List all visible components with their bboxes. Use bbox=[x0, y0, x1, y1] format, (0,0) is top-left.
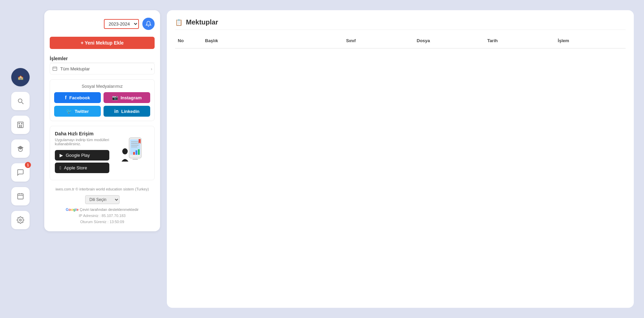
translate-text: Çeviri tarafından desteklenmektedir bbox=[80, 207, 139, 212]
instagram-label: Instagram bbox=[121, 95, 142, 100]
apple-store-label: Apple Store bbox=[64, 165, 87, 170]
sidebar-panel: 2022-2023 2023-2024 2024-2025 + Yeni Mek… bbox=[44, 10, 160, 231]
social-section: Sosyal Medyalarımız f Facebook 📷 Instagr… bbox=[50, 79, 155, 121]
year-select[interactable]: 2022-2023 2023-2024 2024-2025 bbox=[104, 19, 139, 29]
chat-icon bbox=[17, 169, 24, 176]
bell-icon bbox=[145, 21, 152, 27]
operations-title: İşlemler bbox=[50, 54, 155, 63]
all-letters-label: Tüm Mektuplar bbox=[60, 66, 90, 71]
ip-value: 85.107.70.183 bbox=[101, 214, 125, 218]
session-info: Oturum Süreniz : 13:50:09 bbox=[50, 220, 155, 224]
facebook-label: Facebook bbox=[69, 95, 90, 100]
google-play-btn[interactable]: ▶ Google Play bbox=[55, 150, 109, 161]
calendar-icon bbox=[17, 193, 24, 200]
page-icon: 📋 bbox=[175, 19, 183, 26]
ip-label: IP Adresiniz : bbox=[79, 214, 100, 218]
app-illustration bbox=[115, 131, 150, 175]
svg-point-22 bbox=[122, 148, 128, 154]
app-download-section: Daha Hızlı Erişim Uygulamayı indirip tüm… bbox=[50, 126, 155, 180]
svg-text:🏫: 🏫 bbox=[18, 74, 23, 80]
operations-section: İşlemler Tüm Mektuplar › bbox=[50, 54, 155, 74]
svg-rect-25 bbox=[138, 149, 140, 155]
col-no: No bbox=[175, 37, 202, 45]
ip-info: IP Adresiniz : 85.107.70.183 bbox=[50, 214, 155, 218]
instagram-icon: 📷 bbox=[112, 95, 118, 100]
svg-rect-16 bbox=[132, 159, 138, 160]
svg-rect-4 bbox=[21, 125, 22, 128]
google-play-label: Google Play bbox=[66, 153, 90, 158]
col-sinif: Sınıf bbox=[343, 37, 414, 45]
graduation-btn[interactable] bbox=[11, 139, 30, 158]
building-icon bbox=[17, 121, 24, 129]
svg-rect-23 bbox=[133, 152, 135, 155]
instagram-btn[interactable]: 📷 Instagram bbox=[104, 92, 150, 103]
svg-rect-24 bbox=[136, 150, 137, 155]
svg-rect-12 bbox=[53, 67, 57, 71]
social-grid: f Facebook 📷 Instagram 🐦 Twitter in Link… bbox=[54, 92, 150, 117]
session-value: 13:50:09 bbox=[110, 220, 124, 224]
footer-section: iwes.com.tr © interbrain world education… bbox=[50, 185, 155, 226]
play-icon: ▶ bbox=[60, 153, 63, 158]
svg-point-11 bbox=[19, 219, 21, 221]
icon-sidebar: 🏫 1 bbox=[0, 0, 41, 318]
svg-rect-5 bbox=[19, 123, 20, 124]
linkedin-label: Linkedin bbox=[121, 109, 139, 114]
col-islem: İşlem bbox=[555, 37, 626, 45]
col-tarih: Tarih bbox=[485, 37, 555, 45]
add-letter-button[interactable]: + Yeni Mektup Ekle bbox=[50, 37, 155, 49]
page-title: Mektuplar bbox=[186, 18, 218, 26]
svg-rect-3 bbox=[19, 125, 20, 128]
page-header: 📋 Mektuplar bbox=[175, 18, 626, 30]
apple-store-btn[interactable]:  Apple Store bbox=[55, 163, 109, 173]
facebook-btn[interactable]: f Facebook bbox=[54, 92, 101, 103]
app-title: Daha Hızlı Erişim bbox=[55, 131, 112, 136]
notification-bell[interactable] bbox=[142, 18, 155, 30]
svg-rect-7 bbox=[18, 194, 23, 199]
col-baslik: Başlık bbox=[202, 37, 343, 45]
app-description: Uygulamayı indirip tüm modülleri kullana… bbox=[55, 138, 112, 146]
building-btn[interactable] bbox=[11, 116, 30, 134]
chat-badge: 1 bbox=[25, 162, 31, 168]
settings-btn[interactable] bbox=[11, 211, 30, 229]
google-translate-label: Google Çeviri tarafından desteklenmekted… bbox=[50, 207, 155, 212]
svg-rect-6 bbox=[21, 123, 22, 124]
chat-btn[interactable]: 1 bbox=[11, 163, 30, 182]
search-icon bbox=[17, 97, 24, 105]
graduation-icon bbox=[17, 145, 24, 152]
all-letters-item[interactable]: Tüm Mektuplar › bbox=[50, 63, 155, 74]
school-logo-btn[interactable]: 🏫 bbox=[11, 68, 30, 86]
twitter-icon: 🐦 bbox=[66, 108, 72, 114]
svg-rect-2 bbox=[18, 122, 23, 128]
table-header: No Başlık Sınıf Dosya Tarih İşlem bbox=[175, 37, 626, 49]
copyright-text: iwes.com.tr © interbrain world education… bbox=[50, 187, 155, 191]
facebook-icon: f bbox=[65, 95, 67, 100]
col-dosya: Dosya bbox=[414, 37, 485, 45]
search-btn[interactable] bbox=[11, 92, 30, 110]
main-area: 2022-2023 2023-2024 2024-2025 + Yeni Mek… bbox=[41, 0, 644, 318]
session-label: Oturum Süreniz : bbox=[80, 220, 108, 224]
apple-icon:  bbox=[60, 165, 61, 170]
social-title: Sosyal Medyalarımız bbox=[54, 84, 150, 89]
content-area: 📋 Mektuplar No Başlık Sınıf Dosya Tarih … bbox=[167, 10, 634, 308]
linkedin-btn[interactable]: in Linkedin bbox=[104, 106, 150, 117]
twitter-btn[interactable]: 🐦 Twitter bbox=[54, 106, 101, 117]
settings-icon bbox=[17, 216, 24, 224]
sidebar-top: 2022-2023 2023-2024 2024-2025 bbox=[50, 16, 155, 32]
twitter-label: Twitter bbox=[75, 109, 89, 114]
linkedin-icon: in bbox=[114, 108, 119, 114]
letter-icon bbox=[52, 66, 58, 71]
calendar-btn[interactable] bbox=[11, 187, 30, 205]
arrow-icon: › bbox=[151, 66, 152, 71]
language-select[interactable]: Dili Seçin Türkçe English bbox=[85, 195, 120, 204]
